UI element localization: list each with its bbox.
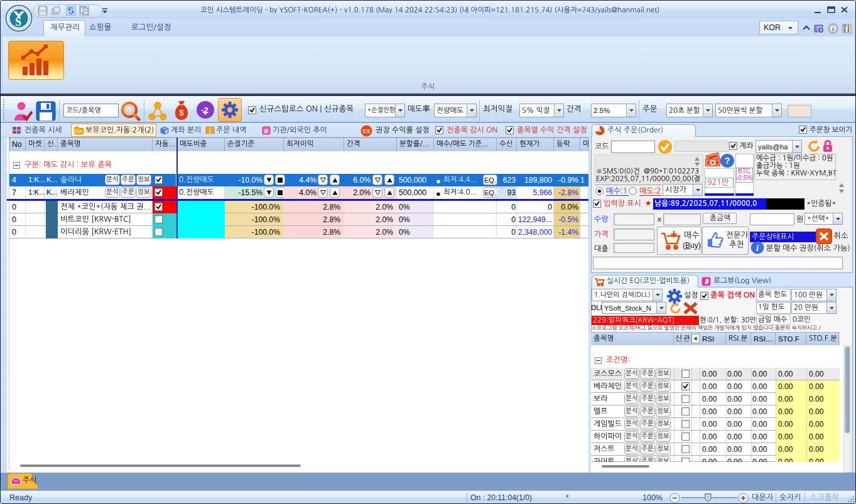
svg-text:?: ? [725, 156, 730, 166]
svg-text:B: B [264, 128, 269, 134]
svg-text:i: i [756, 244, 759, 253]
svg-text:$: $ [179, 108, 184, 117]
svg-text:?: ? [820, 28, 823, 33]
svg-text:CS: CS [363, 128, 371, 134]
svg-text:S: S [15, 16, 21, 28]
